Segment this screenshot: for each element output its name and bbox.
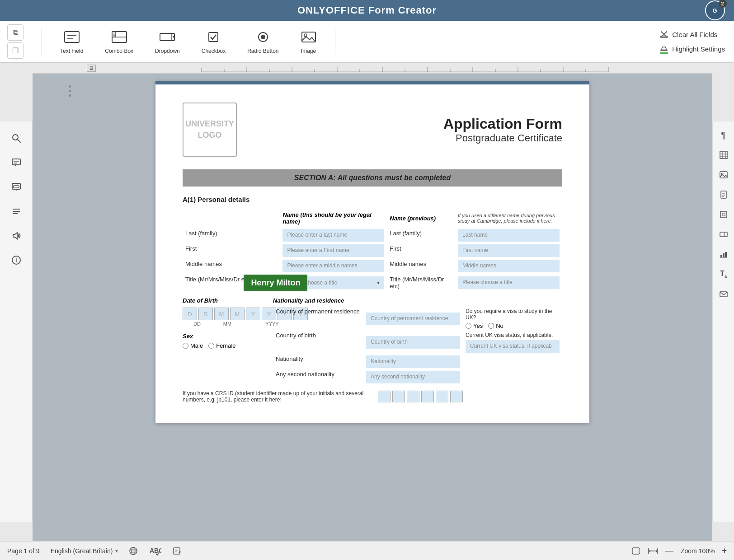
name-previous-header: Name (previous) [387,212,455,224]
last-name-input[interactable]: Please enter a last name [282,229,384,242]
name-previous-note: If you used a different name during prev… [455,211,562,225]
zoom-minus[interactable]: — [665,546,673,555]
svg-rect-59 [721,191,726,198]
clear-all-button[interactable]: Clear All Fields [658,29,727,40]
name-table: Name (this should be your legal name) Na… [183,209,562,292]
toolbar-text-field[interactable]: Text Field [56,27,87,56]
toolbar-image[interactable]: Image [297,27,320,56]
sex-female-label[interactable]: Female [208,342,235,349]
doc-subtitle: Postgraduate Certificate [248,132,562,144]
document-scroll-area[interactable]: UNIVERSITY LOGO Application Form Postgra… [33,74,712,541]
toolbar: ⧉ ❒ Text Field ≡ [0,21,734,63]
sex-male-radio[interactable] [183,343,188,349]
image-sidebar-icon[interactable] [715,167,732,183]
ruler: ⊡ [33,63,712,74]
chart-icon[interactable] [715,246,732,262]
combo-box-label: Combo Box [105,48,133,54]
prev-first-label: First [387,243,455,254]
app-title: ONLYOFFICE Form Creator [297,5,437,16]
zoom-section: — Zoom 100% + [631,546,727,555]
middle-names-input[interactable]: Please enter a middle names [282,260,384,272]
dob-m1[interactable]: M [214,308,229,320]
second-nationality-input[interactable]: Any second nationality [366,371,460,383]
svg-marker-83 [631,548,633,549]
globe-icon[interactable] [129,546,138,555]
svg-marker-84 [639,548,640,549]
prev-first-name-input[interactable]: First name [458,244,560,257]
dob-y1[interactable]: Y [246,308,260,320]
svg-marker-86 [639,553,640,554]
crs-input-cells[interactable] [378,391,562,402]
font-icon[interactable]: Ta [715,266,732,282]
svg-rect-64 [722,213,725,216]
toolbar-dropdown[interactable]: Dropdown [151,27,184,56]
sex-male-label[interactable]: Male [183,342,203,349]
prev-middle-names-label: Middle names [387,258,455,270]
first-name-input[interactable]: Please enter a First name [282,244,384,257]
svg-rect-24 [14,186,19,188]
svg-rect-69 [725,252,727,257]
sex-section: Sex Male Female [183,333,266,349]
user-avatar[interactable]: G 2 [705,0,725,20]
svg-rect-52 [720,151,727,159]
dob-d1[interactable]: D [183,308,197,320]
visa-question-cell: Do you require a visa to study in the UK… [463,307,562,331]
fit-width-icon[interactable] [648,546,658,555]
status-bar: Page 1 of 9 English (Great Britain) ▾ AB… [0,541,734,560]
nationality-input[interactable]: Nationality [366,355,460,368]
country-perm-input[interactable]: Country of permanent residence [366,313,460,325]
middle-names-label: Middle names [183,258,280,270]
doc-title: Application Form Postgraduate Certificat… [248,116,562,144]
spell-check-icon[interactable]: ABC [149,546,161,555]
toolbar-combo-box[interactable]: ≡ Combo Box [101,27,137,56]
paragraph-icon[interactable]: ¶ [715,127,732,143]
sidebar-copy-bottom[interactable]: ❒ [7,42,24,59]
first-label: First [183,243,280,254]
zoom-plus[interactable]: + [722,546,727,555]
table-icon[interactable] [715,147,732,163]
highlight-settings-button[interactable]: Highlight Settings [658,43,727,54]
page-icon[interactable] [715,187,732,203]
svg-rect-13 [302,32,315,42]
sex-female-radio[interactable] [208,343,214,349]
country-perm-label: Country of permanent residence [273,307,363,316]
svg-marker-85 [631,553,633,554]
visa-no-label[interactable]: No [488,322,503,329]
clear-all-label: Clear All Fields [672,31,717,38]
visa-yes-radio[interactable] [466,323,471,329]
sidebar-copy-top[interactable]: ⧉ [7,24,24,41]
toolbar-divider-2 [335,28,335,55]
visa-no-radio[interactable] [488,323,494,329]
edit-icon[interactable] [172,546,181,555]
language-selector[interactable]: English (Great Britain) ▾ [51,547,118,555]
nationality-section: Nationality and residence Country of per… [273,297,562,385]
right-sidebar: ¶ [712,121,734,522]
checkbox-label: Checkbox [202,48,226,54]
align-icon[interactable] [7,202,26,221]
speaker-icon[interactable] [7,226,26,245]
info-icon[interactable]: i [7,251,26,270]
country-birth-input[interactable]: Country of birth [366,336,460,349]
svg-rect-78 [174,548,180,554]
second-nationality-label: Any second nationality [273,369,363,379]
text-field-icon [64,29,80,45]
prev-last-name-input[interactable]: Last name [458,229,560,242]
toolbar-checkbox[interactable]: Checkbox [198,27,229,56]
chat-icon[interactable] [7,177,26,196]
frame-icon[interactable] [715,206,732,223]
mail-icon[interactable] [715,286,732,302]
prev-middle-names-input[interactable]: Middle names [458,260,560,272]
dob-labels: DD MM YYYY [183,321,266,327]
radio-button-icon [255,29,271,45]
uk-visa-input[interactable]: Current UK visa status, if applicab [466,340,560,353]
search-icon[interactable] [7,129,26,148]
toolbar-radio-button[interactable]: Radio Button [244,27,282,56]
fit-page-icon[interactable] [631,546,641,555]
fields-icon[interactable] [715,226,732,243]
dob-d2[interactable]: D [198,308,213,320]
comment-icon[interactable] [7,153,26,172]
svg-rect-0 [65,32,79,42]
prev-title-input[interactable]: Please choose a title [458,276,560,289]
dob-m2[interactable]: M [230,308,245,320]
visa-yes-label[interactable]: Yes [466,322,483,329]
